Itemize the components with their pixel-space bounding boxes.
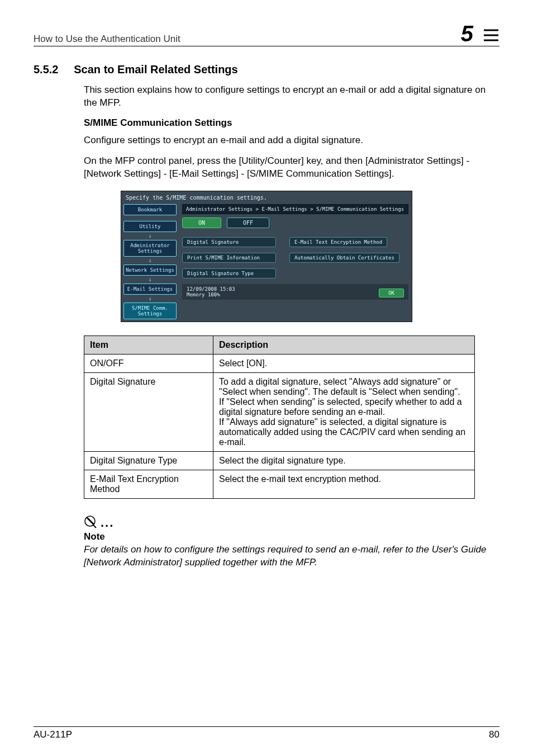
breadcrumb-path: Administrator Settings > E-Mail Settings…: [182, 204, 408, 214]
note-text: For details on how to configure the sett…: [84, 544, 499, 569]
encryption-method-option[interactable]: E-Mail Text Encryption Method: [289, 237, 387, 247]
arrow-down-icon: ↓: [123, 234, 177, 238]
footer-model: AU-211P: [34, 729, 72, 740]
print-smime-option[interactable]: Print S/MIME Information: [182, 253, 276, 263]
utility-button[interactable]: Utility: [123, 221, 177, 232]
footer-page: 80: [489, 729, 499, 740]
on-button[interactable]: ON: [182, 218, 221, 228]
header-title: How to Use the Authentication Unit: [34, 34, 180, 45]
chapter-number: 5: [461, 22, 499, 45]
table-cell-item: ON/OFF: [84, 354, 213, 372]
bookmark-button[interactable]: Bookmark: [123, 204, 177, 215]
smime-settings-button[interactable]: S/MIME Comm. Settings: [123, 303, 177, 319]
section-title: Scan to Email Related Settings: [74, 63, 237, 75]
paragraph-2: On the MFP control panel, press the [Uti…: [34, 155, 499, 181]
mfp-memory: Memory 100%: [187, 292, 235, 297]
table-cell-desc: Select [ON].: [213, 354, 475, 372]
email-settings-button[interactable]: E-Mail Settings: [123, 284, 177, 295]
table-header-description: Description: [213, 336, 475, 354]
mfp-status: 12/09/2008 15:03 Memory 100%: [187, 286, 235, 297]
note-pencil-icon: [84, 514, 99, 530]
table-row: Digital Signature Type Select the digita…: [84, 451, 475, 470]
mfp-datetime: 12/09/2008 15:03: [187, 286, 235, 292]
mfp-main: Administrator Settings > E-Mail Settings…: [179, 202, 412, 322]
table-cell-desc: To add a digital signature, select "Alwa…: [213, 372, 475, 451]
header-lines-icon: [483, 27, 499, 44]
paragraph-1: Configure settings to encrypt an e-mail …: [34, 134, 499, 147]
arrow-down-icon: ↓: [123, 278, 177, 281]
table-row: Digital Signature To add a digital signa…: [84, 372, 475, 451]
table-cell-item: Digital Signature Type: [84, 451, 213, 470]
settings-table: Item Description ON/OFF Select [ON]. Dig…: [84, 336, 475, 499]
mfp-instruction: Specify the S/MIME communication setting…: [121, 191, 412, 202]
table-cell-item: E-Mail Text Encryption Method: [84, 470, 213, 498]
table-header-item: Item: [84, 336, 213, 354]
mfp-screenshot: Specify the S/MIME communication setting…: [34, 191, 499, 322]
auto-certificates-option[interactable]: Automatically Obtain Certificates: [289, 253, 399, 263]
section-heading: 5.5.2 Scan to Email Related Settings: [34, 63, 499, 76]
arrow-down-icon: ↓: [123, 259, 177, 262]
digital-signature-option[interactable]: Digital Signature: [182, 237, 276, 247]
arrow-down-icon: ↓: [123, 297, 177, 300]
mfp-sidebar: Bookmark Utility ↓ Administrator Setting…: [121, 202, 179, 322]
network-settings-button[interactable]: Network Settings: [123, 264, 177, 276]
page-header: How to Use the Authentication Unit 5: [34, 22, 499, 46]
table-cell-desc: Select the e-mail text encryption method…: [213, 470, 475, 498]
note-label: Note: [84, 531, 499, 542]
admin-settings-button[interactable]: Administrator Settings: [123, 240, 177, 257]
table-cell-desc: Select the digital signature type.: [213, 451, 475, 470]
mfp-panel: Specify the S/MIME communication setting…: [121, 191, 412, 322]
table-row: E-Mail Text Encryption Method Select the…: [84, 470, 475, 498]
note-block: ... Note For details on how to configure…: [34, 514, 499, 569]
section-number: 5.5.2: [34, 63, 58, 75]
ok-button[interactable]: OK: [379, 289, 404, 297]
page-footer: AU-211P 80: [34, 726, 499, 740]
table-cell-item: Digital Signature: [84, 372, 213, 451]
ellipsis-icon: ...: [101, 516, 114, 530]
table-row: ON/OFF Select [ON].: [84, 354, 475, 372]
off-button[interactable]: OFF: [227, 218, 269, 228]
subsection-heading: S/MIME Communication Settings: [34, 117, 499, 129]
signature-type-option[interactable]: Digital Signature Type: [182, 268, 276, 278]
intro-paragraph: This section explains how to configure s…: [34, 84, 499, 110]
